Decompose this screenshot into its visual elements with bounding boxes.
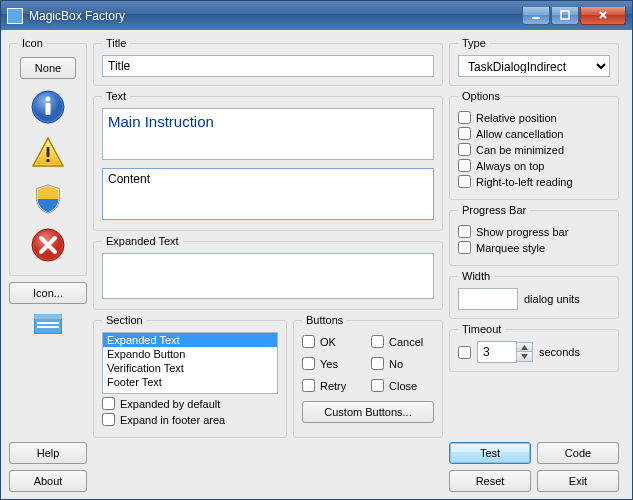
timeout-group: Timeout seconds: [449, 323, 619, 372]
svg-rect-0: [532, 17, 540, 19]
reset-button[interactable]: Reset: [449, 470, 531, 492]
custom-buttons-button[interactable]: Custom Buttons...: [302, 401, 434, 423]
expanded-default-checkbox[interactable]: Expanded by default: [102, 397, 278, 410]
section-listbox[interactable]: Expanded Text Expando Button Verificatio…: [102, 332, 278, 394]
width-input[interactable]: [458, 288, 518, 310]
icon-browse-button[interactable]: Icon...: [9, 282, 87, 304]
ok-checkbox[interactable]: OK: [302, 335, 365, 348]
content-input[interactable]: Content: [102, 168, 434, 220]
timeout-enable-checkbox[interactable]: [458, 346, 471, 359]
allow-cancel-checkbox[interactable]: Allow cancellation: [458, 127, 610, 140]
expanded-text-input[interactable]: [102, 253, 434, 299]
svg-point-7: [46, 159, 50, 163]
preview-icon: [34, 314, 62, 336]
minimize-button[interactable]: [522, 7, 550, 25]
list-item[interactable]: Expando Button: [103, 347, 277, 361]
options-group: Options Relative position Allow cancella…: [449, 90, 619, 200]
timeout-value[interactable]: [477, 341, 517, 363]
width-units: dialog units: [524, 293, 580, 305]
window-title: MagicBox Factory: [29, 9, 522, 23]
width-group: Width dialog units: [449, 270, 619, 319]
type-group: Type TaskDialogIndirect: [449, 37, 619, 86]
about-button[interactable]: About: [9, 470, 87, 492]
help-button[interactable]: Help: [9, 442, 87, 464]
icon-group: Icon None: [9, 37, 87, 276]
retry-checkbox[interactable]: Retry: [302, 379, 365, 392]
title-legend: Title: [102, 37, 130, 49]
text-legend: Text: [102, 90, 130, 102]
svg-rect-11: [34, 314, 62, 319]
exit-button[interactable]: Exit: [537, 470, 619, 492]
buttons-group: Buttons OK Cancel Yes No Retry Close Cus…: [293, 314, 443, 438]
maximize-button[interactable]: [551, 7, 579, 25]
timeout-units: seconds: [539, 346, 580, 358]
options-legend: Options: [458, 90, 504, 102]
test-button[interactable]: Test: [449, 442, 531, 464]
section-legend: Section: [102, 314, 147, 326]
close-checkbox[interactable]: Close: [371, 379, 434, 392]
main-instruction-input[interactable]: Main Instruction: [102, 108, 434, 160]
list-item[interactable]: Footer Text: [103, 375, 277, 389]
expanded-legend: Expanded Text: [102, 235, 183, 247]
list-item[interactable]: Expanded Text: [103, 333, 277, 347]
type-select[interactable]: TaskDialogIndirect: [458, 55, 610, 77]
warning-icon[interactable]: [30, 135, 66, 171]
svg-rect-13: [37, 326, 59, 328]
spinner-down-icon[interactable]: [517, 352, 532, 361]
yes-checkbox[interactable]: Yes: [302, 357, 365, 370]
text-group: Text Main Instruction Content: [93, 90, 443, 231]
expanded-text-group: Expanded Text: [93, 235, 443, 310]
svg-rect-5: [46, 103, 51, 115]
svg-rect-12: [37, 322, 59, 324]
titlebar: MagicBox Factory: [0, 0, 633, 30]
expand-footer-checkbox[interactable]: Expand in footer area: [102, 413, 278, 426]
title-input[interactable]: [102, 55, 434, 77]
width-legend: Width: [458, 270, 494, 282]
info-icon[interactable]: [30, 89, 66, 125]
section-group: Section Expanded Text Expando Button Ver…: [93, 314, 287, 438]
icon-none-button[interactable]: None: [20, 57, 76, 79]
code-button[interactable]: Code: [537, 442, 619, 464]
no-checkbox[interactable]: No: [371, 357, 434, 370]
error-icon[interactable]: [30, 227, 66, 263]
marquee-checkbox[interactable]: Marquee style: [458, 241, 610, 254]
progress-legend: Progress Bar: [458, 204, 530, 216]
timeout-legend: Timeout: [458, 323, 505, 335]
show-progress-checkbox[interactable]: Show progress bar: [458, 225, 610, 238]
buttons-legend: Buttons: [302, 314, 347, 326]
type-legend: Type: [458, 37, 490, 49]
icon-legend: Icon: [18, 37, 47, 49]
list-item[interactable]: Verification Text: [103, 361, 277, 375]
timeout-spinner[interactable]: [477, 341, 533, 363]
shield-icon[interactable]: [30, 181, 66, 217]
spinner-up-icon[interactable]: [517, 343, 532, 352]
svg-rect-6: [47, 147, 50, 157]
progress-group: Progress Bar Show progress bar Marquee s…: [449, 204, 619, 266]
cancel-checkbox[interactable]: Cancel: [371, 335, 434, 348]
svg-point-4: [46, 97, 51, 102]
rtl-checkbox[interactable]: Right-to-left reading: [458, 175, 610, 188]
on-top-checkbox[interactable]: Always on top: [458, 159, 610, 172]
title-group: Title: [93, 37, 443, 86]
close-button[interactable]: [580, 7, 626, 25]
svg-rect-1: [561, 11, 569, 19]
minimized-checkbox[interactable]: Can be minimized: [458, 143, 610, 156]
app-icon: [7, 8, 23, 24]
relative-position-checkbox[interactable]: Relative position: [458, 111, 610, 124]
